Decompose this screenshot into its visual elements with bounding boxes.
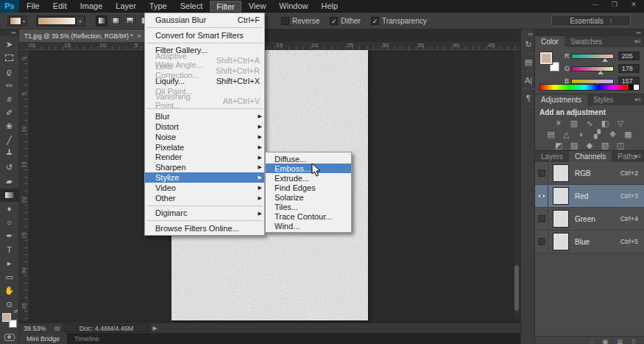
slider-thumb[interactable] xyxy=(602,58,608,62)
vibrance-icon[interactable]: ▽ xyxy=(615,119,626,128)
r-value-field[interactable]: 205 xyxy=(618,52,640,60)
minimize-button[interactable]: — xyxy=(590,1,601,8)
filter-menu-item-gaussian-blur[interactable]: Gaussian BlurCtrl+F xyxy=(145,15,264,25)
new-channel-icon[interactable]: ⊞ xyxy=(618,338,623,344)
g-value-field[interactable]: 178 xyxy=(618,64,640,73)
type-tool[interactable]: T xyxy=(0,243,19,257)
transparency-checkbox[interactable]: ✓Transparency xyxy=(371,17,427,25)
close-button[interactable]: ✕ xyxy=(628,1,640,8)
visibility-toggle[interactable] xyxy=(535,162,548,185)
spectrum-white-swatch[interactable] xyxy=(634,85,639,90)
foreground-color-swatch[interactable] xyxy=(540,52,552,64)
paragraph-panel-icon[interactable]: ¶ xyxy=(521,89,536,107)
bottom-tab-timeline[interactable]: Timeline xyxy=(67,333,107,344)
adjustments-tab-styles[interactable]: Styles xyxy=(587,94,619,105)
history-brush-tool[interactable]: ↺ xyxy=(0,161,19,175)
filter-menu-item-liquify[interactable]: Liquify...Shift+Ctrl+X xyxy=(145,76,264,86)
restore-button[interactable]: ❐ xyxy=(609,1,620,8)
threshold-icon[interactable]: ◆ xyxy=(584,141,595,150)
color-tab-swatches[interactable]: Swatches xyxy=(565,36,608,47)
filter-menu-item-blur[interactable]: Blur▶ xyxy=(145,111,264,122)
filter-menu-item-browse-filters-online[interactable]: Browse Filters Online... xyxy=(145,223,264,234)
marquee-tool[interactable] xyxy=(0,52,19,66)
color-tab-color[interactable]: Color xyxy=(535,36,565,47)
filter-menu-item-noise[interactable]: Noise▶ xyxy=(145,132,264,142)
menu-layer[interactable]: Layer xyxy=(110,1,142,12)
workspace-switcher[interactable]: Essentials ↕ xyxy=(551,15,631,27)
info-panel-icon[interactable]: ▤ xyxy=(521,54,536,71)
photo-filter-icon[interactable]: ▞ xyxy=(592,130,603,139)
angle-gradient-button[interactable] xyxy=(124,15,135,27)
stylize-submenu-item-solarize[interactable]: Solarize xyxy=(266,192,351,202)
stylize-submenu-item-diffuse[interactable]: Diffuse... xyxy=(266,154,351,164)
brightness-contrast-icon[interactable]: ☀ xyxy=(553,119,564,128)
color-panel-swatches[interactable] xyxy=(540,52,559,71)
color-balance-icon[interactable]: △ xyxy=(562,130,572,139)
channel-row-green[interactable]: GreenCtrl+4 xyxy=(535,208,644,231)
filter-menu-item-other[interactable]: Other▶ xyxy=(145,193,264,203)
selective-color-icon[interactable]: ◫ xyxy=(615,141,626,150)
channels-tab-channels[interactable]: Channels xyxy=(569,151,612,162)
color-spectrum-ramp[interactable] xyxy=(539,84,640,91)
hue-saturation-icon[interactable]: ▤ xyxy=(546,130,556,139)
b-slider-track[interactable] xyxy=(571,79,614,84)
strip-collapse-button[interactable]: ◂◂ xyxy=(521,29,534,36)
close-tab-icon[interactable]: × xyxy=(138,32,141,40)
posterize-icon[interactable]: ▨ xyxy=(569,141,579,150)
quick-mask-button[interactable] xyxy=(4,334,15,341)
filter-menu-item-digimarc[interactable]: Digimarc▶ xyxy=(145,208,264,219)
checkbox-box[interactable] xyxy=(281,17,289,25)
eyedropper-tool[interactable]: ✐ xyxy=(0,106,19,120)
filter-menu-item-video[interactable]: Video▶ xyxy=(145,183,264,193)
spectrum-gradient[interactable] xyxy=(540,85,629,90)
dodge-tool[interactable]: ○ xyxy=(0,216,19,230)
stylize-submenu-item-extrude[interactable]: Extrude... xyxy=(266,173,351,183)
chevron-down-icon[interactable]: ▾ xyxy=(77,17,84,25)
blur-tool[interactable]: ♦ xyxy=(0,202,19,216)
stylize-submenu-item-trace-contour[interactable]: Trace Contour... xyxy=(266,211,351,221)
spectrum-black-swatch[interactable] xyxy=(629,85,634,90)
empty-eye-slot[interactable] xyxy=(538,215,545,222)
gradient-map-icon[interactable]: ▧ xyxy=(600,141,610,150)
stylize-submenu-item-wind[interactable]: Wind... xyxy=(266,221,351,231)
delete-channel-icon[interactable]: ▯ xyxy=(631,338,635,344)
panel-menu-icon[interactable]: ▾≡ xyxy=(634,96,641,103)
move-tool[interactable]: ➤ xyxy=(0,38,19,52)
zoom-level-field[interactable]: 39.53% xyxy=(24,325,52,332)
shape-tool[interactable]: ▭ xyxy=(0,270,19,284)
filter-menu-item-distort[interactable]: Distort▶ xyxy=(145,122,264,132)
dither-checkbox[interactable]: ✓Dither xyxy=(330,17,361,25)
menu-image[interactable]: Image xyxy=(74,1,109,12)
vertical-scrollbar-thumb[interactable] xyxy=(514,265,519,311)
quick-selection-tool[interactable]: ✏ xyxy=(0,79,19,93)
gradient-tool[interactable] xyxy=(0,189,19,203)
filter-menu-item-stylize[interactable]: Stylize▶ xyxy=(145,172,264,183)
stylize-submenu-item-find-edges[interactable]: Find Edges xyxy=(266,183,351,192)
history-panel-icon[interactable]: ↻ xyxy=(521,36,536,54)
menu-file[interactable]: File xyxy=(21,1,46,12)
panel-menu-icon[interactable]: ▾≡ xyxy=(634,38,641,45)
save-selection-icon[interactable]: ▣ xyxy=(602,338,609,344)
filter-menu-item-convert-for-smart-filters[interactable]: Convert for Smart Filters xyxy=(145,30,264,41)
menu-view[interactable]: View xyxy=(243,1,272,12)
panel-menu-icon[interactable]: ▾≡ xyxy=(634,153,641,160)
menu-type[interactable]: Type xyxy=(144,1,173,12)
adjustments-tab-adjustments[interactable]: Adjustments xyxy=(535,94,587,105)
channel-row-red[interactable]: RedCtrl+3 xyxy=(535,185,644,208)
lasso-tool[interactable]: ϱ xyxy=(0,65,19,79)
empty-eye-slot[interactable] xyxy=(538,238,545,245)
curves-icon[interactable]: ∿ xyxy=(584,119,595,128)
reverse-checkbox[interactable]: Reverse xyxy=(281,17,319,25)
visibility-toggle[interactable] xyxy=(535,208,548,231)
hand-tool[interactable]: ✋ xyxy=(0,284,19,298)
menu-edit[interactable]: Edit xyxy=(47,1,73,12)
tools-collapse-button[interactable]: ▸▸ xyxy=(0,29,18,36)
foreground-color-swatch[interactable] xyxy=(2,313,11,322)
channels-tab-layers[interactable]: Layers xyxy=(535,151,569,162)
filter-menu-item-render[interactable]: Render▶ xyxy=(145,152,264,163)
clone-stamp-tool[interactable]: ┻ xyxy=(0,147,19,161)
r-slider-track[interactable] xyxy=(571,54,614,59)
exposure-icon[interactable]: ◧ xyxy=(600,119,610,128)
visibility-toggle[interactable] xyxy=(535,231,548,253)
brush-tool[interactable]: ╱ xyxy=(0,133,19,147)
